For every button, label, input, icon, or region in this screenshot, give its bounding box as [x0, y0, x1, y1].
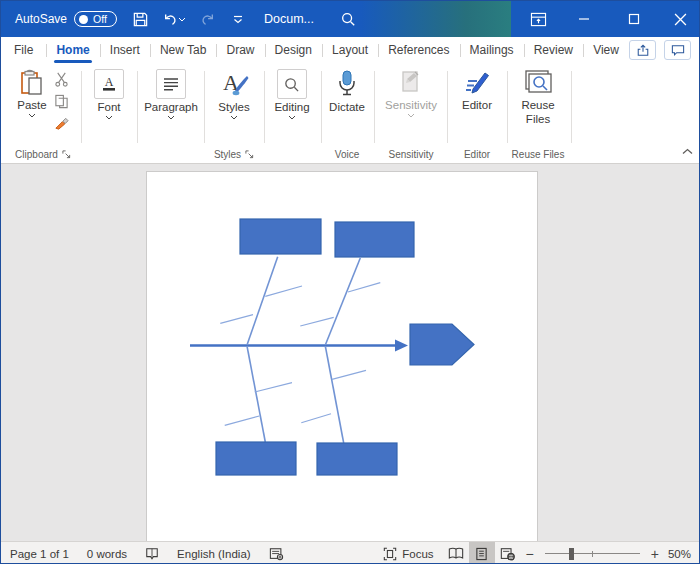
proofing-icon: [145, 547, 159, 561]
collapse-ribbon-button[interactable]: [682, 141, 693, 159]
styles-group: A Styles Styles: [208, 65, 260, 162]
collapse-ribbon-icon: [682, 148, 693, 155]
title-bar: AutoSave Off Doc: [1, 1, 700, 37]
word-window: AutoSave Off Doc: [0, 0, 700, 564]
web-layout-button[interactable]: [495, 542, 521, 564]
editor-group-label: Editor: [464, 147, 490, 162]
quick-access-dropdown[interactable]: [227, 1, 249, 37]
maximize-button[interactable]: [613, 1, 655, 37]
focus-label: Focus: [402, 548, 433, 560]
voice-group: Dictate Voice: [323, 65, 371, 162]
ribbon: Paste Clipboard: [1, 63, 700, 164]
paste-label: Paste: [17, 99, 46, 111]
read-mode-button[interactable]: [443, 542, 469, 564]
paste-button[interactable]: Paste: [17, 69, 46, 118]
fishbone-diagram[interactable]: [147, 172, 537, 540]
word-count[interactable]: 0 words: [78, 542, 136, 564]
group-divider: [447, 71, 448, 143]
copy-icon[interactable]: [54, 94, 69, 109]
category-box-top-right[interactable]: [335, 222, 414, 257]
tab-insert[interactable]: Insert: [100, 37, 150, 63]
styles-button[interactable]: A Styles: [218, 69, 249, 120]
tab-layout[interactable]: Layout: [322, 37, 378, 63]
tab-mailings[interactable]: Mailings: [460, 37, 524, 63]
dialog-launcher-icon[interactable]: [245, 150, 254, 159]
maximize-icon: [628, 13, 640, 25]
read-mode-icon: [448, 547, 464, 560]
search-button[interactable]: [333, 1, 363, 37]
category-box-top-left[interactable]: [240, 219, 321, 254]
save-button[interactable]: [125, 1, 155, 37]
undo-button[interactable]: [156, 1, 190, 37]
font-icon: A: [94, 69, 124, 99]
zoom-slider-thumb[interactable]: [569, 548, 574, 560]
sensitivity-button[interactable]: Sensitivity: [385, 69, 437, 118]
effect-pentagon[interactable]: [410, 324, 474, 365]
dictate-button[interactable]: Dictate: [329, 69, 365, 113]
reuse-files-icon: [523, 69, 553, 97]
close-button[interactable]: [659, 1, 700, 37]
font-button[interactable]: A Font: [94, 69, 124, 120]
zoom-slider[interactable]: [545, 542, 640, 564]
paste-dropdown-icon: [28, 113, 36, 118]
minimize-icon: [578, 13, 590, 25]
editing-button[interactable]: Editing: [274, 69, 309, 120]
accessibility-checker[interactable]: [260, 542, 293, 564]
document-page[interactable]: [146, 171, 538, 541]
editing-dropdown-icon: [288, 115, 296, 120]
dialog-launcher-icon[interactable]: [62, 150, 71, 159]
zoom-level[interactable]: 50%: [664, 548, 700, 560]
bone-top-left[interactable]: [247, 257, 278, 345]
redo-button[interactable]: [193, 1, 223, 37]
page-indicator[interactable]: Page 1 of 1: [1, 542, 78, 564]
autosave-control[interactable]: AutoSave Off: [15, 1, 117, 37]
tab-view[interactable]: View: [583, 37, 629, 63]
group-divider: [374, 71, 375, 143]
tab-file[interactable]: File: [1, 37, 46, 63]
dictate-label: Dictate: [329, 101, 365, 113]
language-indicator[interactable]: English (India): [168, 542, 260, 564]
ribbon-display-options-button[interactable]: [517, 1, 559, 37]
tab-new-tab[interactable]: New Tab: [150, 37, 216, 63]
paragraph-dropdown-icon: [167, 115, 175, 120]
undo-dropdown-icon: [178, 17, 186, 22]
redo-icon: [200, 11, 217, 28]
reuse-files-button[interactable]: Reuse Files: [516, 69, 560, 127]
font-label: Font: [97, 101, 120, 113]
cut-icon[interactable]: [54, 72, 69, 87]
tab-home[interactable]: Home: [46, 37, 99, 63]
proofing-status[interactable]: [136, 542, 168, 564]
cause-branches[interactable]: [220, 283, 380, 426]
zoom-in-button[interactable]: +: [646, 546, 664, 562]
bone-bottom-right[interactable]: [325, 346, 343, 443]
group-divider: [321, 71, 322, 143]
editor-button[interactable]: Editor: [462, 69, 492, 111]
category-box-bottom-right[interactable]: [317, 443, 397, 475]
format-painter-icon[interactable]: [54, 116, 69, 131]
tab-design[interactable]: Design: [265, 37, 322, 63]
ribbon-display-icon: [530, 12, 547, 27]
tab-draw[interactable]: Draw: [217, 37, 265, 63]
qat-dropdown-icon: [233, 15, 243, 24]
share-button[interactable]: [629, 40, 656, 60]
bone-bottom-left[interactable]: [247, 346, 265, 442]
document-canvas[interactable]: [1, 164, 700, 541]
paragraph-group: Paragraph: [141, 65, 201, 162]
paragraph-button[interactable]: Paragraph: [144, 69, 198, 120]
category-box-bottom-left[interactable]: [216, 442, 296, 475]
minimize-button[interactable]: [563, 1, 605, 37]
comments-button[interactable]: [664, 40, 691, 60]
styles-group-label: Styles: [214, 147, 254, 162]
group-divider: [571, 71, 572, 143]
font-dropdown-icon: [105, 115, 113, 120]
zoom-out-button[interactable]: −: [521, 546, 539, 562]
tab-review[interactable]: Review: [524, 37, 583, 63]
clipboard-group-label: Clipboard: [15, 147, 71, 162]
bone-top-right[interactable]: [325, 258, 360, 345]
group-divider: [81, 71, 82, 143]
focus-mode-button[interactable]: Focus: [374, 542, 442, 564]
print-layout-button[interactable]: [469, 542, 495, 564]
undo-icon: [161, 11, 178, 28]
autosave-toggle[interactable]: Off: [74, 11, 117, 27]
tab-references[interactable]: References: [378, 37, 459, 63]
